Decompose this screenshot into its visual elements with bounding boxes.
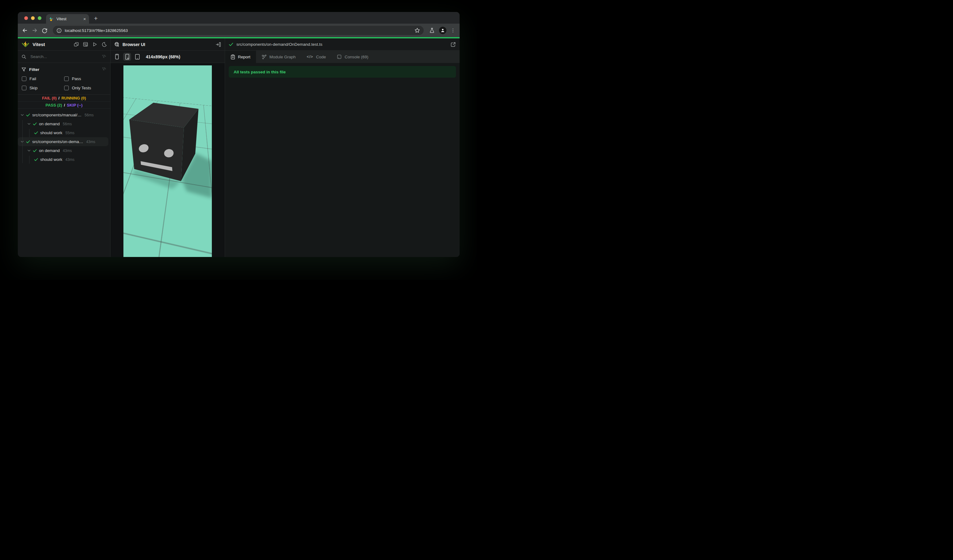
globe-icon	[114, 42, 120, 47]
tree-row-test[interactable]: should work 43ms	[18, 155, 110, 164]
profile-avatar[interactable]	[439, 27, 446, 34]
funnel-icon	[22, 67, 26, 72]
vitest-favicon	[49, 17, 54, 22]
browser-ui-title: Browser UI	[123, 42, 213, 47]
results-tabbar: Report Module Graph </> Code Console (69…	[225, 51, 459, 63]
filter-checkbox-fail[interactable]: Fail	[22, 76, 64, 81]
clipboard-icon	[231, 54, 235, 60]
viewport-size-label: 414x896px (68%)	[146, 54, 180, 59]
pass-check-icon	[229, 42, 233, 47]
forward-button[interactable]	[32, 28, 37, 33]
collapse-panel-icon[interactable]	[216, 42, 221, 47]
tab-code[interactable]: </> Code	[301, 51, 331, 63]
url-text[interactable]: localhost:5173/#/?file=1828625563	[65, 28, 411, 33]
minimize-window-button[interactable]	[31, 16, 35, 20]
code-icon: </>	[307, 55, 313, 59]
results-panel: src/components/on-demand/OnDemand.test.t…	[225, 38, 459, 257]
browser-ui-header: Browser UI	[110, 38, 225, 51]
module-graph-icon	[262, 54, 267, 60]
browser-tab[interactable]: Vitest ×	[46, 14, 89, 24]
tree-row-suite[interactable]: on demand 56ms	[18, 119, 110, 128]
experiments-flask-icon[interactable]	[429, 28, 435, 33]
pass-count: PASS (2)	[45, 103, 62, 107]
vitest-logo	[22, 41, 29, 48]
sidebar-header: Vitest	[18, 38, 110, 51]
results-header: src/components/on-demand/OnDemand.test.t…	[225, 38, 459, 51]
tree-guide-line	[29, 156, 29, 164]
clear-filters-icon[interactable]	[102, 67, 107, 72]
bookmark-star-icon[interactable]	[414, 28, 420, 33]
search-row	[18, 51, 110, 63]
search-input[interactable]	[30, 54, 98, 59]
tree-row-file[interactable]: src/components/manual/… 56ms	[18, 110, 110, 119]
chevron-down-icon[interactable]	[27, 122, 31, 126]
tab-title: Vitest	[56, 17, 81, 21]
tab-module-graph[interactable]: Module Graph	[256, 51, 301, 63]
filter-checkbox-only-tests[interactable]: Only Tests	[64, 86, 107, 90]
tree-row-file-selected[interactable]: src/components/on-dema… 43ms	[18, 137, 109, 146]
device-tablet-button[interactable]	[133, 53, 141, 61]
browser-preview-iframe[interactable]	[123, 65, 212, 257]
pass-check-icon	[33, 149, 37, 153]
traffic-lights	[24, 16, 42, 20]
tab-close-icon[interactable]: ×	[83, 17, 86, 21]
dark-mode-moon-icon[interactable]	[101, 42, 107, 47]
vitest-app: Vitest	[18, 38, 459, 257]
report-content: All tests passed in this file	[225, 63, 459, 257]
tree-row-suite[interactable]: on demand 43ms	[18, 146, 110, 155]
filter-section: Filter Fail Pass Skip Only Tests	[18, 63, 110, 95]
test-file-path: src/components/on-demand/OnDemand.test.t…	[236, 42, 447, 47]
stats-row-pass-skip: PASS (2) / SKIP (--)	[18, 102, 110, 109]
site-info-icon[interactable]	[56, 28, 62, 33]
tab-report[interactable]: Report	[225, 51, 256, 63]
pass-check-icon	[26, 140, 30, 144]
tree-row-test[interactable]: should work 55ms	[18, 128, 110, 137]
browser-toolbar: localhost:5173/#/?file=1828625563 ⋮	[18, 24, 459, 37]
tab-console[interactable]: Console (69)	[331, 51, 374, 63]
clear-search-filter-icon[interactable]	[102, 54, 107, 59]
address-bar[interactable]: localhost:5173/#/?file=1828625563	[53, 26, 424, 35]
pass-check-icon	[26, 113, 30, 117]
browser-window: Vitest × + localhost:5173/#/?file=182862…	[18, 12, 459, 257]
fail-count: FAIL (0)	[42, 96, 56, 101]
open-external-icon[interactable]	[450, 42, 456, 47]
stats-row-fail-running: FAIL (0) / RUNNING (0)	[18, 95, 110, 102]
dashboard-icon[interactable]	[83, 42, 88, 47]
pass-check-icon	[34, 131, 38, 135]
back-button[interactable]	[22, 28, 28, 33]
robot-cube-3d	[123, 65, 212, 257]
running-count: RUNNING (0)	[61, 96, 86, 101]
filter-checkbox-pass[interactable]: Pass	[64, 76, 107, 81]
device-mobile-plus-button[interactable]	[123, 53, 131, 61]
browser-titlebar: Vitest × +	[18, 12, 459, 24]
device-mobile-small-button[interactable]	[113, 53, 121, 61]
new-tab-button[interactable]: +	[94, 15, 98, 22]
chevron-down-icon[interactable]	[27, 149, 31, 152]
reload-button[interactable]	[42, 28, 47, 33]
app-title: Vitest	[33, 42, 71, 47]
pass-check-icon	[33, 122, 37, 126]
all-tests-passed-banner: All tests passed in this file	[229, 66, 456, 78]
checkbox[interactable]	[22, 76, 26, 81]
sidebar: Vitest	[18, 38, 110, 257]
search-icon	[22, 54, 26, 59]
run-all-play-icon[interactable]	[92, 42, 97, 47]
chevron-down-icon[interactable]	[20, 113, 24, 117]
filter-title: Filter	[29, 67, 99, 72]
checkbox[interactable]	[22, 86, 26, 90]
checkbox[interactable]	[64, 86, 69, 90]
dock-panel-icon[interactable]	[74, 42, 79, 47]
test-tree: src/components/manual/… 56ms on demand 5…	[18, 109, 110, 257]
pass-check-icon	[34, 158, 38, 161]
device-toolbar: 414x896px (68%)	[110, 51, 225, 63]
filter-checkbox-skip[interactable]: Skip	[22, 86, 64, 90]
close-window-button[interactable]	[24, 16, 28, 20]
browser-ui-panel: Browser UI 414x896px (68%)	[110, 38, 225, 257]
zoom-window-button[interactable]	[38, 16, 42, 20]
checkbox[interactable]	[64, 76, 69, 81]
skip-count: SKIP (--)	[67, 103, 82, 107]
preview-area	[110, 63, 225, 257]
console-icon	[337, 54, 342, 59]
tree-guide-line	[29, 129, 29, 137]
browser-menu-icon[interactable]: ⋮	[451, 28, 455, 33]
